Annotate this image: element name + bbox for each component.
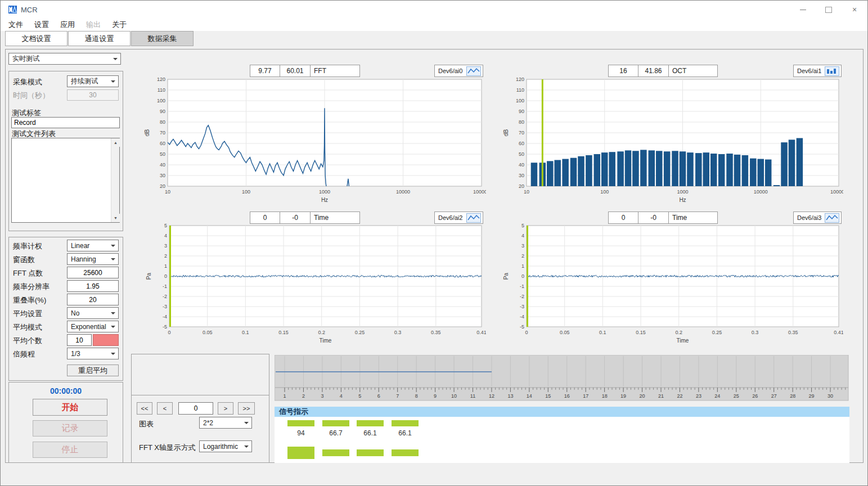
svg-text:0: 0 [521, 273, 524, 279]
svg-text:5: 5 [358, 393, 361, 399]
svg-text:-5: -5 [520, 324, 524, 330]
close-button[interactable]: × [842, 1, 867, 19]
signal-level-bar-ch3 [392, 420, 419, 426]
param-label-1: 窗函数 [13, 255, 35, 265]
test-mode-select[interactable]: 实时测试 [8, 53, 121, 65]
svg-text:3: 3 [164, 243, 167, 249]
param-input-7[interactable] [67, 334, 92, 346]
start-button[interactable]: 开始 [33, 399, 107, 416]
app-window: MCR × 文件 设置 应用 输出 关于 文档设置 通道设置 数据采集 实时测试… [0, 0, 868, 486]
scroll-down-icon[interactable]: ▼ [111, 214, 120, 222]
tab-channel-settings[interactable]: 通道设置 [68, 31, 131, 46]
svg-text:13: 13 [507, 393, 513, 399]
oct-chart[interactable]: 1201101009080706050403020101001000100001… [501, 76, 843, 208]
test-file-list[interactable]: ▲ ▼ [11, 138, 120, 223]
svg-text:120: 120 [157, 76, 165, 82]
param-label-7: 平均个数 [13, 336, 42, 346]
signal-level-bar-ch1 [322, 420, 349, 426]
fft-chart[interactable]: 1201101009080706050403020101001000100001… [142, 76, 486, 208]
scroll-up-icon[interactable]: ▲ [111, 138, 120, 147]
menu-about[interactable]: 关于 [112, 20, 127, 30]
svg-text:14: 14 [527, 393, 532, 399]
fft-xaxis-select[interactable]: Logarithmic [199, 440, 252, 452]
svg-text:5: 5 [164, 223, 167, 228]
svg-text:1: 1 [164, 263, 167, 269]
svg-text:Time: Time [677, 338, 689, 344]
time3-device-select[interactable]: Dev6/ai3 [793, 212, 842, 224]
svg-text:30: 30 [827, 393, 833, 399]
minimize-button[interactable] [790, 1, 816, 19]
time2-cursor-x-value: 0 [250, 212, 280, 224]
oct-device-select[interactable]: Dev6/ai1 [793, 65, 842, 77]
svg-text:0.2: 0.2 [675, 330, 682, 335]
nav-index-input[interactable] [178, 402, 213, 415]
param-select-8[interactable]: 1/3 [67, 348, 119, 359]
param-input-4[interactable] [67, 294, 119, 305]
tab-document-settings[interactable]: 文档设置 [5, 31, 68, 46]
menu-apply[interactable]: 应用 [60, 20, 75, 30]
nav-first-button[interactable]: << [137, 402, 152, 415]
menu-output: 输出 [86, 20, 101, 30]
svg-text:17: 17 [583, 393, 588, 399]
time-chart-ai3[interactable]: 543210-1-2-3-4-500.050.10.150.20.250.30.… [501, 223, 843, 348]
svg-text:-1: -1 [520, 284, 524, 289]
svg-text:9: 9 [434, 393, 437, 399]
acq-mode-value: 持续测试 [71, 76, 98, 86]
nav-last-button[interactable]: >> [238, 402, 255, 415]
svg-text:0.35: 0.35 [788, 330, 798, 335]
param-input-2[interactable] [67, 267, 119, 278]
svg-text:-3: -3 [520, 304, 524, 309]
signal-activity-bar-ch3 [392, 449, 419, 456]
chart-layout-value: 2*2 [203, 419, 213, 427]
line-chart-icon [466, 213, 481, 223]
svg-text:0.41: 0.41 [476, 330, 486, 335]
svg-text:8: 8 [415, 393, 418, 399]
param-select-5[interactable]: No [67, 307, 119, 319]
svg-text:Pa: Pa [503, 272, 509, 280]
svg-text:0: 0 [164, 273, 167, 279]
tab-data-acquisition[interactable]: 数据采集 [131, 31, 194, 46]
fft-device-name: Dev6/ai0 [438, 68, 462, 74]
file-list-scrollbar[interactable]: ▲ ▼ [111, 138, 119, 222]
param-value-5: No [71, 309, 79, 317]
svg-text:0: 0 [168, 330, 170, 335]
param-input-3[interactable] [67, 280, 119, 292]
svg-text:Hz: Hz [679, 197, 686, 203]
record-timeline[interactable]: 1234567891011121314151617181920212223242… [275, 355, 849, 401]
fft-xaxis-label: FFT X轴显示方式 [139, 443, 196, 453]
nav-prev-button[interactable]: < [157, 402, 173, 415]
param-select-0[interactable]: Linear [67, 240, 119, 251]
nav-next-button[interactable]: > [218, 402, 233, 415]
fft-device-select[interactable]: Dev6/ai0 [434, 65, 483, 77]
time2-device-select[interactable]: Dev6/ai2 [434, 212, 483, 224]
svg-text:50: 50 [160, 151, 165, 157]
param-select-1[interactable]: Hanning [67, 253, 119, 265]
time2-chart-type-label: Time [310, 212, 360, 224]
maximize-button[interactable] [816, 1, 842, 19]
svg-text:7: 7 [396, 393, 399, 399]
signal-level-bar-ch0 [287, 420, 314, 426]
acq-mode-select[interactable]: 持续测试 [67, 75, 119, 87]
svg-text:10: 10 [451, 393, 457, 399]
time2-cursor-y-value: -0 [280, 212, 311, 224]
svg-text:30: 30 [519, 173, 524, 178]
time3-cursor-x-value: 0 [608, 212, 638, 224]
svg-text:20: 20 [519, 183, 524, 189]
test-tag-input[interactable] [11, 117, 120, 128]
restart-average-button[interactable]: 重启平均 [67, 364, 119, 376]
signal-level-bar-ch2 [357, 420, 384, 426]
svg-text:18: 18 [602, 393, 608, 399]
svg-text:2: 2 [164, 253, 167, 259]
param-select-6[interactable]: Exponential [67, 321, 119, 332]
time-chart-ai2[interactable]: 543210-1-2-3-4-500.050.10.150.20.250.30.… [144, 223, 486, 348]
menu-settings[interactable]: 设置 [34, 20, 49, 30]
cursor-line[interactable] [527, 226, 528, 327]
svg-text:0.15: 0.15 [278, 330, 289, 335]
svg-text:4: 4 [164, 233, 167, 238]
chart-layout-select[interactable]: 2*2 [199, 417, 252, 429]
cursor-line[interactable] [542, 79, 543, 186]
display-control-subpanel [131, 354, 269, 395]
param-value-1: Hanning [71, 255, 96, 263]
menu-file[interactable]: 文件 [8, 20, 23, 30]
cursor-line[interactable] [169, 226, 171, 327]
